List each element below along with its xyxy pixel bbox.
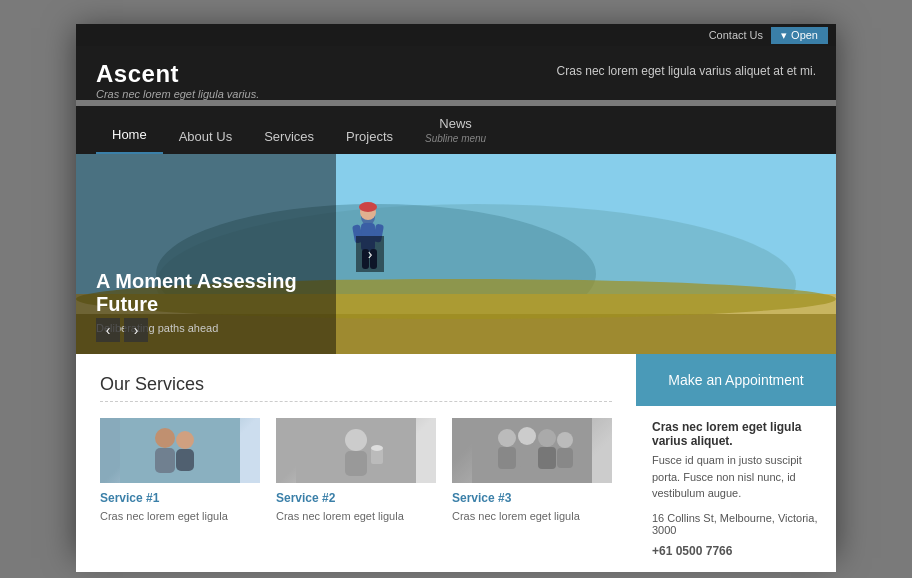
service-link-3[interactable]: Service #3: [452, 491, 612, 505]
hero-next-btn[interactable]: ›: [124, 318, 148, 342]
svg-rect-32: [557, 448, 573, 468]
hero-section: A Moment Assessing Future Deliberating p…: [76, 154, 836, 354]
nav-submenu-label: Subline menu: [425, 133, 486, 144]
service-desc-1: Cras nec lorem eget ligula: [100, 509, 260, 524]
svg-point-31: [557, 432, 573, 448]
hero-controls: ‹ ›: [96, 318, 148, 342]
svg-point-15: [155, 428, 175, 448]
service-link-2[interactable]: Service #2: [276, 491, 436, 505]
header-tagline: Cras nec lorem eget ligula varius alique…: [557, 60, 816, 78]
nav-item-home[interactable]: Home: [96, 117, 163, 154]
svg-point-9: [359, 202, 377, 212]
contact-blurb-title: Cras nec lorem eget ligula varius alique…: [652, 420, 820, 448]
nav-item-services[interactable]: Services: [248, 119, 330, 154]
site-header: Ascent Cras nec lorem eget ligula varius…: [76, 46, 836, 100]
contact-blurb-text: Fusce id quam in justo suscipit porta. F…: [652, 452, 820, 502]
svg-rect-18: [176, 449, 194, 471]
top-bar: Contact Us ▾ Open: [76, 24, 836, 46]
svg-rect-28: [518, 445, 536, 467]
nav-item-projects[interactable]: Projects: [330, 119, 409, 154]
contact-address: 16 Collins St, Melbourne, Victoria, 3000: [652, 512, 820, 536]
hero-title: A Moment Assessing Future: [96, 270, 316, 316]
appointment-button[interactable]: Make an Appointment: [636, 354, 836, 406]
open-button[interactable]: ▾ Open: [771, 27, 828, 44]
service-image-3: [452, 418, 612, 483]
service-desc-2: Cras nec lorem eget ligula: [276, 509, 436, 524]
service-img-svg-1: [100, 418, 260, 483]
svg-point-20: [345, 429, 367, 451]
site-logo: Ascent Cras nec lorem eget ligula varius…: [96, 60, 259, 100]
body-section: Our Services Service: [76, 354, 836, 572]
svg-rect-26: [498, 447, 516, 469]
hero-prev-button[interactable]: ‹: [96, 318, 120, 342]
svg-rect-30: [538, 447, 556, 469]
main-content: Our Services Service: [76, 354, 636, 572]
svg-rect-16: [155, 448, 175, 473]
logo-tagline: Cras nec lorem eget ligula varius.: [96, 88, 259, 100]
svg-point-29: [538, 429, 556, 447]
svg-point-27: [518, 427, 536, 445]
svg-rect-21: [345, 451, 367, 476]
contact-phone: +61 0500 7766: [652, 544, 820, 558]
logo-title: Ascent: [96, 60, 259, 88]
nav-item-news[interactable]: News Subline menu: [409, 106, 502, 154]
services-grid: Service #1 Cras nec lorem eget ligula: [100, 418, 612, 524]
service-img-svg-2: [276, 418, 436, 483]
service-link-1[interactable]: Service #1: [100, 491, 260, 505]
svg-point-25: [498, 429, 516, 447]
service-img-svg-3: [452, 418, 612, 483]
service-desc-3: Cras nec lorem eget ligula: [452, 509, 612, 524]
chevron-down-icon: ▾: [781, 29, 787, 42]
service-card-3: Service #3 Cras nec lorem eget ligula: [452, 418, 612, 524]
nav-item-about[interactable]: About Us: [163, 119, 248, 154]
hero-next-button[interactable]: ›: [356, 236, 384, 272]
contact-us-link[interactable]: Contact Us: [709, 29, 763, 41]
service-image-1: [100, 418, 260, 483]
service-card-2: Service #2 Cras nec lorem eget ligula: [276, 418, 436, 524]
service-image-2: [276, 418, 436, 483]
services-heading: Our Services: [100, 374, 612, 395]
sidebar: Make an Appointment Cras nec lorem eget …: [636, 354, 836, 572]
svg-point-17: [176, 431, 194, 449]
service-card-1: Service #1 Cras nec lorem eget ligula: [100, 418, 260, 524]
site-nav: Home About Us Services Projects News Sub…: [76, 106, 836, 154]
svg-point-23: [371, 445, 383, 451]
section-divider: [100, 401, 612, 402]
sidebar-contact-info: Cras nec lorem eget ligula varius alique…: [636, 406, 836, 572]
